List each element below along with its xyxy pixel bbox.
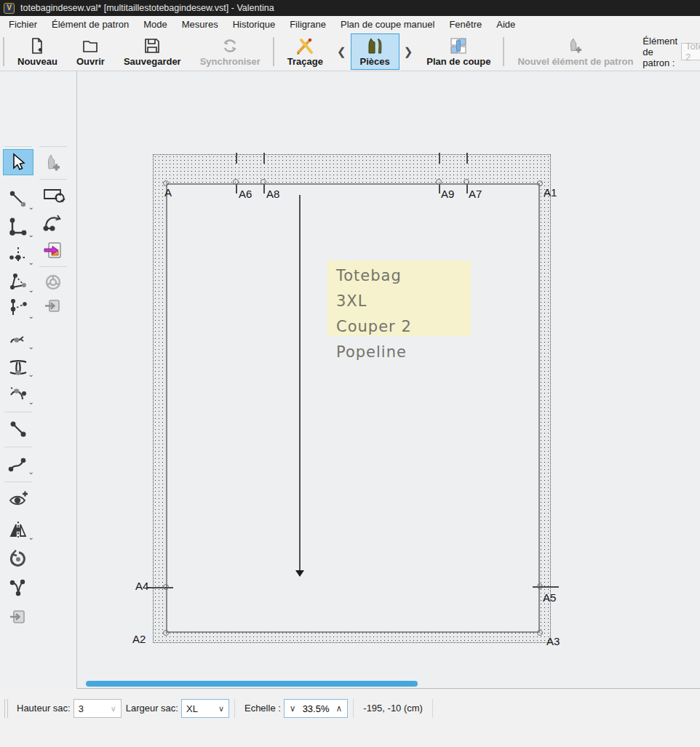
tool-point-along-line[interactable]: ⌄ — [3, 241, 33, 268]
tool-interactive-curve[interactable]: ⌄ — [3, 326, 33, 352]
mode-pieces-label: Pièces — [360, 56, 390, 67]
tool-add-pattern-piece — [38, 150, 68, 176]
menu-bar: Fichier Élément de patron Mode Mesures H… — [0, 16, 700, 33]
mode-tracage-button[interactable]: Traçage — [278, 33, 333, 70]
mode-plan-de-coupe-button[interactable]: Plan de coupe — [417, 33, 500, 70]
grainline-arrow[interactable] — [299, 195, 301, 570]
tool-visibility-group-add[interactable] — [3, 487, 33, 514]
title-bar: V totebagindesew.val* [multitaillestoteb… — [0, 0, 700, 16]
tool-insert-nodes — [3, 604, 33, 630]
menu-fichier[interactable]: Fichier — [1, 17, 44, 32]
point-label-A9[interactable]: A9 — [441, 188, 454, 200]
prev-piece-arrow[interactable]: ❮ — [333, 45, 351, 58]
bag-height-combo[interactable]: 3 ∨ — [73, 699, 122, 718]
tool-export-layout-image[interactable] — [38, 237, 68, 263]
point-A1[interactable] — [537, 180, 543, 186]
point-A[interactable] — [163, 180, 169, 186]
cursor-coordinates: -195, -10 (cm) — [363, 699, 423, 718]
sync-arrows-icon — [220, 36, 239, 55]
point-A8[interactable] — [260, 179, 266, 185]
scale-label: Echelle : — [244, 699, 281, 718]
horizontal-scrollbar[interactable] — [86, 681, 418, 687]
tool-cubic-bezier-path[interactable]: ⌄ — [3, 451, 33, 477]
point-label-A8[interactable]: A8 — [266, 188, 279, 200]
point-label-A1[interactable]: A1 — [544, 186, 557, 199]
pattern-piece-combo-label: Élément de patron : — [643, 36, 677, 68]
point-A3[interactable] — [537, 630, 543, 636]
pattern-piece-combo: Totebag 2 ∨ — [681, 43, 700, 60]
point-label-A5[interactable]: A5 — [543, 591, 556, 604]
toolbar-drag-handle[interactable] — [273, 37, 274, 66]
piece-label-line2: 3XL — [336, 289, 471, 314]
point-label-A4[interactable]: A4 — [135, 580, 148, 592]
point-A2[interactable] — [163, 630, 169, 636]
pattern-piece-plus-icon — [566, 36, 585, 55]
point-label-A7[interactable]: A7 — [469, 188, 482, 200]
scale-spinbox[interactable]: ∨ 33.5% ∧ — [284, 699, 348, 718]
point-label-A2[interactable]: A2 — [132, 633, 146, 645]
menu-mode[interactable]: Mode — [136, 17, 175, 32]
statusbar-separator — [234, 699, 235, 718]
point-A7[interactable] — [464, 179, 469, 185]
point-label-A[interactable]: A — [164, 186, 172, 199]
tool-panel: ⌄ ⌄ ⌄ — [0, 71, 77, 689]
point-A6[interactable] — [233, 179, 239, 185]
statusbar-drag-handle[interactable] — [4, 699, 8, 718]
zoom-out-icon[interactable]: ∨ — [290, 703, 296, 714]
open-file-button[interactable]: Ouvrir — [67, 33, 114, 70]
piece-label-line3: Couper 2 Popeline — [336, 314, 471, 365]
chevron-down-icon: ∨ — [111, 704, 116, 714]
new-file-button[interactable]: Nouveau — [8, 33, 67, 70]
tool-true-darts[interactable]: ⌄ — [3, 353, 33, 380]
bag-height-value: 3 — [79, 703, 84, 714]
menu-plan-de-coupe-manuel[interactable]: Plan de coupe manuel — [333, 17, 442, 32]
tool-line-between-points[interactable]: ⌄ — [3, 186, 33, 212]
tool-workpiece-detail[interactable] — [38, 182, 68, 208]
chevron-down-icon: ⌄ — [28, 399, 34, 406]
tool-perpendicular-point[interactable]: ⌄ — [3, 214, 33, 240]
point-label-A6[interactable]: A6 — [239, 188, 252, 200]
menu-historique[interactable]: Historique — [226, 17, 283, 32]
tool-insert-node — [38, 293, 68, 319]
next-piece-arrow[interactable]: ❯ — [399, 45, 418, 58]
tool-flip-objects[interactable]: ⌄ — [3, 516, 33, 543]
new-pattern-piece-button: Nouvel élément de patron — [508, 33, 643, 70]
tool-angle-bisector[interactable]: ⌄ — [3, 269, 33, 295]
pattern-piece-combo-value: Totebag 2 — [685, 41, 700, 63]
toolbar-drag-handle[interactable] — [3, 37, 4, 66]
statusbar-separator — [353, 699, 354, 718]
bag-width-value: XL — [186, 703, 198, 714]
tool-move-objects[interactable] — [3, 575, 33, 601]
point-A4[interactable] — [163, 584, 169, 590]
tool-pointer-select[interactable] — [3, 149, 33, 175]
save-button[interactable]: Sauvegarder — [114, 33, 191, 70]
tool-point-of-intersection[interactable]: ⌄ — [3, 295, 33, 321]
toolbar-drag-handle[interactable] — [503, 37, 504, 66]
statusbar-separator — [432, 699, 433, 718]
scale-value: 33.5% — [303, 703, 330, 714]
piece-label-box[interactable]: Totebag 3XL Couper 2 Popeline — [327, 260, 471, 336]
crossed-pencils-icon — [295, 36, 315, 55]
bag-width-combo[interactable]: XL ∨ — [181, 699, 229, 718]
tool-single-line[interactable] — [3, 416, 33, 442]
menu-mesures[interactable]: Mesures — [175, 17, 226, 32]
seam-allowance-band — [153, 154, 551, 643]
point-A9[interactable] — [436, 179, 442, 185]
point-A5[interactable] — [537, 583, 543, 589]
bag-height-label: Hauteur sac: — [17, 699, 71, 718]
menu-aide[interactable]: Aide — [489, 17, 522, 32]
bag-width-label: Largeur sac: — [126, 699, 178, 718]
tool-point-intersect-arc[interactable]: ⌄ — [3, 381, 33, 407]
point-label-A3[interactable]: A3 — [546, 635, 560, 647]
menu-fenetre[interactable]: Fenêtre — [442, 17, 489, 32]
drawing-canvas[interactable]: A A6 A8 A9 A7 A1 A4 A5 A2 A3 Totebag 3XL… — [77, 71, 700, 689]
tool-rotate-objects[interactable] — [3, 546, 33, 572]
menu-element-de-patron[interactable]: Élément de patron — [44, 17, 136, 32]
chevron-down-icon: ⌄ — [28, 468, 34, 476]
mode-pieces-button[interactable]: Pièces — [351, 33, 399, 70]
synchronize-button: Synchroniser — [191, 33, 270, 70]
chevron-down-icon: ⌄ — [28, 534, 34, 541]
zoom-in-icon[interactable]: ∧ — [336, 703, 343, 714]
menu-filigrane[interactable]: Filigrane — [282, 17, 333, 32]
tool-arc-curve[interactable] — [38, 209, 68, 236]
